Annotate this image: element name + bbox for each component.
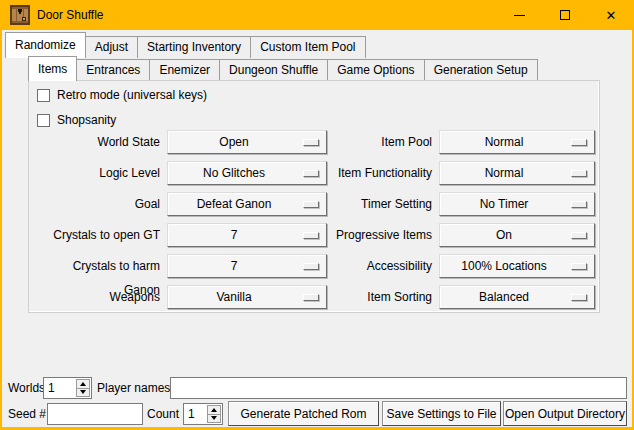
tab-items[interactable]: Items bbox=[28, 56, 77, 81]
minimize-button[interactable] bbox=[496, 0, 542, 30]
dropdown-indicator-icon bbox=[303, 139, 319, 146]
seed-input[interactable] bbox=[47, 403, 143, 425]
crystals-gt-dropdown[interactable]: 7 bbox=[167, 223, 327, 247]
weapons-dropdown[interactable]: Vanilla bbox=[167, 285, 327, 309]
timer-setting-label: Timer Setting bbox=[329, 192, 432, 216]
item-pool-label: Item Pool bbox=[329, 130, 432, 154]
dropdown-indicator-icon bbox=[571, 139, 587, 146]
dropdown-indicator-icon bbox=[571, 201, 587, 208]
generate-patched-rom-button[interactable]: Generate Patched Rom bbox=[228, 401, 379, 426]
spinner-down-icon bbox=[80, 390, 86, 394]
door-shuffle-window: Door Shuffle ✕ Randomize Adjust Starting… bbox=[0, 0, 634, 430]
tab-adjust[interactable]: Adjust bbox=[85, 36, 138, 58]
minimize-icon bbox=[514, 15, 525, 16]
main-tab-bar: Randomize Adjust Starting Inventory Cust… bbox=[5, 32, 365, 58]
door-icon bbox=[10, 5, 30, 25]
open-output-directory-button[interactable]: Open Output Directory bbox=[503, 401, 627, 426]
dropdown-indicator-icon bbox=[571, 263, 587, 270]
retro-mode-checkbox[interactable] bbox=[37, 89, 50, 102]
logic-level-label: Logic Level bbox=[34, 161, 160, 185]
item-sorting-label: Item Sorting bbox=[329, 285, 432, 309]
tab-enemizer[interactable]: Enemizer bbox=[149, 59, 220, 81]
shopsanity-label: Shopsanity bbox=[57, 113, 116, 127]
accessibility-dropdown[interactable]: 100% Locations bbox=[439, 254, 595, 278]
crystals-ganon-label: Crystals to harm Ganon bbox=[34, 254, 160, 278]
items-panel: Retro mode (universal keys) Shopsanity W… bbox=[28, 80, 600, 313]
count-spinner[interactable]: 1 bbox=[183, 403, 223, 425]
tab-randomize[interactable]: Randomize bbox=[5, 32, 86, 58]
worlds-label: Worlds bbox=[8, 377, 45, 399]
weapons-label: Weapons bbox=[34, 285, 160, 309]
tab-starting-inventory[interactable]: Starting Inventory bbox=[137, 36, 251, 58]
close-button[interactable]: ✕ bbox=[588, 0, 634, 30]
world-state-dropdown[interactable]: Open bbox=[167, 130, 327, 154]
player-names-label: Player names bbox=[97, 377, 170, 399]
item-functionality-label: Item Functionality bbox=[329, 161, 432, 185]
goal-label: Goal bbox=[34, 192, 160, 216]
tab-custom-item-pool[interactable]: Custom Item Pool bbox=[250, 36, 365, 58]
close-icon: ✕ bbox=[606, 8, 617, 23]
retro-mode-row: Retro mode (universal keys) bbox=[37, 88, 207, 102]
progressive-items-label: Progressive Items bbox=[329, 223, 432, 247]
logic-level-dropdown[interactable]: No Glitches bbox=[167, 161, 327, 185]
worlds-spinner[interactable]: 1 bbox=[43, 377, 92, 399]
maximize-icon bbox=[560, 10, 570, 20]
window-controls: ✕ bbox=[496, 0, 634, 30]
crystals-gt-label: Crystals to open GT bbox=[34, 223, 160, 247]
title-bar: Door Shuffle ✕ bbox=[0, 0, 634, 30]
sub-tab-bar: Items Entrances Enemizer Dungeon Shuffle… bbox=[28, 57, 537, 81]
dropdown-indicator-icon bbox=[303, 263, 319, 270]
maximize-button[interactable] bbox=[542, 0, 588, 30]
goal-dropdown[interactable]: Defeat Ganon bbox=[167, 192, 327, 216]
retro-mode-label: Retro mode (universal keys) bbox=[57, 88, 207, 102]
dropdown-indicator-icon bbox=[303, 294, 319, 301]
count-label: Count bbox=[147, 403, 179, 425]
save-settings-button[interactable]: Save Settings to File bbox=[382, 401, 501, 426]
shopsanity-row: Shopsanity bbox=[37, 113, 116, 127]
world-state-label: World State bbox=[34, 130, 160, 154]
dropdown-indicator-icon bbox=[303, 232, 319, 239]
window-title: Door Shuffle bbox=[37, 8, 104, 22]
item-sorting-dropdown[interactable]: Balanced bbox=[439, 285, 595, 309]
count-spinner-down[interactable] bbox=[207, 414, 221, 424]
spinner-up-icon bbox=[80, 382, 86, 386]
tab-game-options[interactable]: Game Options bbox=[327, 59, 424, 81]
tab-dungeon-shuffle[interactable]: Dungeon Shuffle bbox=[219, 59, 328, 81]
progressive-items-dropdown[interactable]: On bbox=[439, 223, 595, 247]
tab-generation-setup[interactable]: Generation Setup bbox=[424, 59, 538, 81]
shopsanity-checkbox[interactable] bbox=[37, 114, 50, 127]
dropdown-indicator-icon bbox=[571, 170, 587, 177]
dropdown-indicator-icon bbox=[303, 170, 319, 177]
window-content: Randomize Adjust Starting Inventory Cust… bbox=[2, 30, 632, 427]
dropdown-indicator-icon bbox=[571, 294, 587, 301]
item-functionality-dropdown[interactable]: Normal bbox=[439, 161, 595, 185]
spinner-up-icon bbox=[211, 408, 217, 412]
crystals-ganon-dropdown[interactable]: 7 bbox=[167, 254, 327, 278]
seed-label: Seed # bbox=[8, 403, 46, 425]
item-pool-dropdown[interactable]: Normal bbox=[439, 130, 595, 154]
accessibility-label: Accessibility bbox=[329, 254, 432, 278]
worlds-spinner-down[interactable] bbox=[76, 388, 90, 398]
dropdown-indicator-icon bbox=[571, 232, 587, 239]
tab-entrances[interactable]: Entrances bbox=[76, 59, 150, 81]
player-names-input[interactable] bbox=[170, 377, 627, 399]
timer-setting-dropdown[interactable]: No Timer bbox=[439, 192, 595, 216]
dropdown-indicator-icon bbox=[303, 201, 319, 208]
spinner-down-icon bbox=[211, 416, 217, 420]
